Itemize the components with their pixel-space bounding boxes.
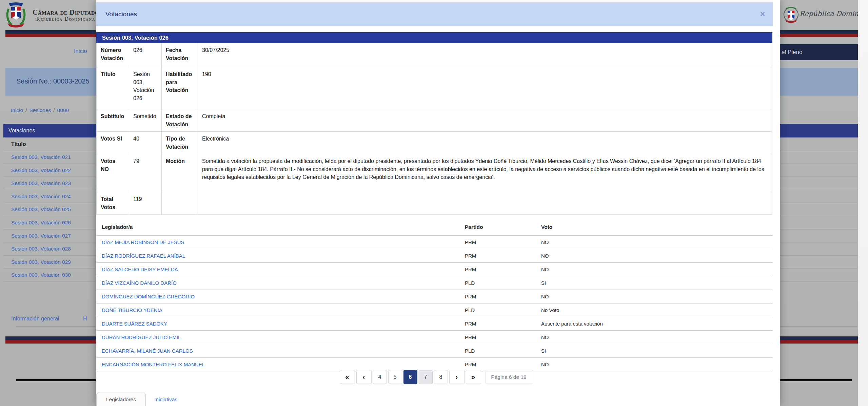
legislator-name-link[interactable]: DURÁN RODRÍGUEZ JULIO EMIL — [102, 334, 181, 340]
legislators-table: Legislador/a Partido Voto DÍAZ MEJÍA ROB… — [96, 219, 772, 371]
legislator-party: PLD — [459, 276, 536, 290]
detail-value: 119 — [129, 192, 162, 215]
breadcrumb: Inicio/Sesiones/0000 — [11, 107, 69, 113]
breadcrumb-separator: / — [23, 107, 29, 113]
session-banner-text: Sesión No.: 00003-2025 — [16, 77, 90, 85]
close-icon[interactable]: × — [756, 2, 769, 26]
detail-value: Sometida a votación la propuesta de modi… — [198, 154, 772, 192]
tab-informacion-general[interactable]: Información general — [11, 316, 59, 322]
pagination-page-button[interactable]: 6 — [403, 370, 417, 384]
sidebar-votacion-item-label: Sesión 003, Votación 027 — [3, 229, 71, 242]
detail-value — [198, 192, 772, 215]
page-right-gutter — [858, 0, 868, 406]
pagination-prev-button[interactable]: ‹ — [356, 370, 371, 384]
detail-label: Total Votos — [97, 192, 129, 215]
legislator-vote: Ausente para esta votación — [536, 317, 772, 331]
screen: Cámara de Diputados República Dominicana… — [0, 0, 868, 406]
detail-label: Moción — [162, 154, 198, 192]
legislator-row: DURÁN RODRÍGUEZ JULIO EMILPRMNO — [96, 331, 772, 344]
legislator-vote: NO — [536, 290, 772, 303]
legislator-row: DOÑÉ TIBURCIO YDENIAPLDNo Voto — [96, 303, 772, 317]
legislator-name-link[interactable]: DÍAZ VIZCAÍNO DANILO DARÍO — [102, 280, 177, 286]
legislator-name-link[interactable]: DUARTE SUÁREZ SADOKY — [102, 321, 167, 327]
legislator-name-link[interactable]: DÍAZ RODRÍGUEZ RAFAEL ANÍBAL — [102, 253, 185, 259]
votacion-detail-table: Sesión 003, Votación 026 Número Votación… — [96, 32, 772, 215]
pagination-last-button[interactable]: » — [466, 370, 481, 384]
legislator-vote: SI — [536, 344, 772, 358]
breadcrumb-separator: / — [51, 107, 57, 113]
sidebar-votacion-item-label: Sesión 003, Votación 024 — [3, 190, 71, 203]
pagination-first-button[interactable]: « — [339, 370, 355, 384]
detail-label: Fecha Votación — [162, 43, 198, 67]
detail-value: 026 — [129, 43, 162, 67]
legislator-name-link[interactable]: ECHAVARRÍA, MILANÉ JUAN CARLOS — [102, 348, 193, 354]
detail-value: 190 — [198, 67, 772, 109]
nav-item-pleno-label: el Pleno — [782, 44, 802, 60]
tab-partial-link[interactable]: H — [83, 316, 87, 322]
chamber-coat-of-arms-icon — [5, 2, 26, 28]
detail-label: Tipo de Votación — [162, 132, 198, 154]
legislator-row: DÍAZ RODRÍGUEZ RAFAEL ANÍBALPRMNO — [96, 249, 772, 263]
legislator-name-link[interactable]: DOMÍNGUEZ DOMÍNGUEZ GREGORIO — [102, 294, 195, 299]
legislator-vote: SI — [536, 276, 772, 290]
legislator-vote: NO — [536, 263, 772, 276]
pagination-next-button[interactable]: › — [449, 370, 464, 384]
pagination-page-button[interactable]: 7 — [418, 370, 432, 384]
legislator-name-link[interactable]: DÍAZ SALCEDO DEISY EMELDA — [102, 266, 178, 272]
breadcrumb-current[interactable]: 0000 — [57, 107, 69, 113]
legislator-vote: NO — [536, 358, 772, 371]
pagination-page-button[interactable]: 8 — [434, 370, 448, 384]
tab-iniciativas[interactable]: Iniciativas — [154, 396, 177, 403]
detail-value: 79 — [129, 154, 162, 192]
detail-value: Sesión 003, Votación 026 — [129, 67, 162, 109]
modal-header: Votaciones — [96, 2, 773, 26]
legislator-vote: NO — [536, 331, 772, 344]
legislator-row: DUARTE SUÁREZ SADOKYPRMAusente para esta… — [96, 317, 772, 331]
tab-legisladores[interactable]: Legisladores — [96, 392, 146, 406]
detail-row: Votos SI40Tipo de VotaciónElectrónica — [97, 132, 772, 154]
legislator-party: PRM — [459, 236, 536, 249]
detail-row: SubtituloSometidoEstado de VotaciónCompl… — [97, 109, 772, 132]
legislator-vote: No Voto — [536, 303, 772, 317]
legislator-row: DÍAZ MEJÍA ROBINSON DE JESÚSPRMNO — [96, 236, 772, 249]
breadcrumb-home[interactable]: Inicio — [11, 107, 23, 113]
detail-label — [162, 192, 198, 215]
detail-value: Sometido — [129, 109, 162, 132]
detail-table-header: Sesión 003, Votación 026 — [97, 33, 772, 43]
sidebar-votacion-item-label: Sesión 003, Votación 022 — [3, 164, 71, 177]
detail-label: Estado de Votación — [162, 109, 198, 132]
sidebar-votacion-item-label: Sesión 003, Votación 021 — [3, 151, 71, 164]
detail-label: Votos SI — [97, 132, 129, 154]
modal-title: Votaciones — [105, 2, 137, 26]
legislator-party: PLD — [459, 344, 536, 358]
pagination: «‹45678›»Página 6 de 19 — [339, 370, 532, 384]
legislator-party: PRM — [459, 331, 536, 344]
legislator-name-link[interactable]: ENCARNACIÓN MONTERO FÉLIX MANUEL — [102, 362, 205, 367]
legislator-row: ENCARNACIÓN MONTERO FÉLIX MANUELPRMNO — [96, 358, 772, 371]
detail-value: Electrónica — [198, 132, 772, 154]
legislator-vote: NO — [536, 236, 772, 249]
detail-row: Votos NO79MociónSometida a votación la p… — [97, 154, 772, 192]
legislator-party: PRM — [459, 358, 536, 371]
pagination-status: Página 6 de 19 — [485, 370, 532, 384]
republic-seal-icon — [783, 6, 799, 24]
legislator-name-link[interactable]: DÍAZ MEJÍA ROBINSON DE JESÚS — [102, 239, 184, 245]
pagination-page-button[interactable]: 5 — [388, 370, 402, 384]
legislator-row: DÍAZ VIZCAÍNO DANILO DARÍOPLDSI — [96, 276, 772, 290]
legislator-column-header: Legislador/a — [96, 219, 459, 236]
legislator-row: DOMÍNGUEZ DOMÍNGUEZ GREGORIOPRMNO — [96, 290, 772, 303]
sidebar-votacion-item-label: Sesión 003, Votación 028 — [3, 242, 71, 255]
breadcrumb-sessions[interactable]: Sesiones — [29, 107, 51, 113]
legislator-name-link[interactable]: DOÑÉ TIBURCIO YDENIA — [102, 307, 162, 313]
detail-value: Completa — [198, 109, 772, 132]
pagination-page-button[interactable]: 4 — [373, 370, 387, 384]
sidebar-votaciones-header-label: Votaciones — [8, 124, 35, 137]
detail-label: Votos NO — [97, 154, 129, 192]
detail-row: TítuloSesión 003, Votación 026Habilitado… — [97, 67, 772, 109]
party-column-header: Partido — [459, 219, 536, 236]
site-title: Cámara de Diputados — [33, 8, 102, 17]
detail-label: Número Votación — [97, 43, 129, 67]
nav-home-link[interactable]: Inicio — [74, 48, 87, 54]
votaciones-modal: Votaciones × Sesión 003, Votación 026 Nú… — [96, 0, 780, 406]
detail-value: 40 — [129, 132, 162, 154]
